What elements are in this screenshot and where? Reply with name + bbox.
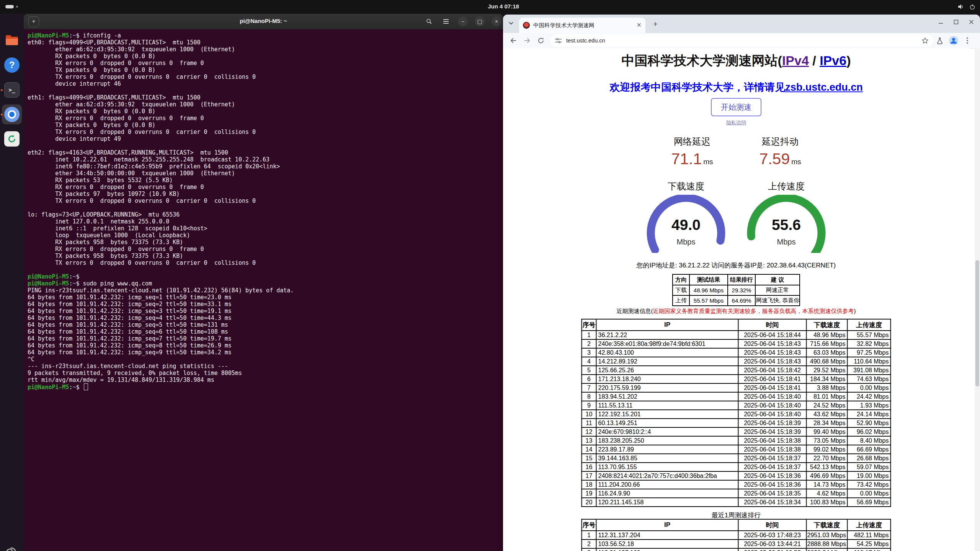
table-cell: 496.69 Mbps [807, 471, 848, 480]
terminal-line: lo: flags=73<UP,LOOPBACK,RUNNING> mtu 65… [28, 211, 501, 218]
terminal-titlebar[interactable]: + pi@NanoPi-M5: ~ − ▢ × [24, 14, 503, 29]
table-cell: 2025-06-04 15:18:39 [738, 419, 807, 427]
table-cell: 2 [582, 540, 596, 548]
start-test-button[interactable]: 开始测速 [711, 98, 761, 116]
terminal-menu-button[interactable] [441, 16, 451, 26]
ipv6-link[interactable]: IPv6 [820, 53, 846, 68]
table-cell: 183.238.205.250 [596, 436, 738, 445]
test-flask-button[interactable] [935, 36, 945, 46]
close-button[interactable]: × [492, 16, 501, 26]
dock-item-chromium[interactable] [4, 107, 20, 122]
avatar-icon [949, 36, 959, 46]
ipv4-link[interactable]: IPv4 [782, 53, 809, 68]
table-cell: 3.88 Mbps [807, 383, 848, 392]
forward-button[interactable] [522, 36, 532, 46]
table-cell: 240e:670:9810:2::4 [596, 427, 738, 436]
privacy-link[interactable]: 隐私说明 [726, 120, 746, 126]
reload-button[interactable] [536, 36, 546, 46]
column-header: 结果排行 [728, 274, 755, 285]
table-cell: 15 [582, 454, 596, 463]
chevron-down-icon [508, 21, 514, 25]
terminal-line: RX packets 958 bytes 73375 (73.3 KB) [28, 239, 501, 246]
table-cell: 116.24.9.90 [596, 489, 738, 498]
dock-item-files[interactable] [4, 33, 20, 48]
table-cell: 66.69 Mbps [848, 445, 891, 454]
table-cell: 2025-05-30 21:00:53 [738, 548, 807, 551]
download-gauge: 下载速度 49.0 Mbps [646, 180, 726, 253]
dock-item-terminal[interactable]: >_ [4, 82, 20, 98]
table-cell: 55.57 Mbps [848, 331, 891, 339]
terminal-line: ether a6:62:d3:95:30:92 txqueuelen 1000 … [28, 46, 501, 53]
table-cell: 99.40 Mbps [807, 427, 848, 436]
table-cell: 2025-06-04 15:18:41 [738, 383, 807, 392]
table-cell: 29.52 Mbps [807, 366, 848, 375]
terminal-line: inet 10.2.22.61 netmask 255.255.255.248 … [28, 156, 501, 163]
system-tray[interactable] [957, 3, 975, 10]
clock[interactable]: Jun 4 07:18 [465, 3, 542, 10]
url-text[interactable]: test.ustc.edu.cn [566, 37, 605, 44]
terminal-line: 64 bytes from 101.91.42.232: icmp_seq=5 … [28, 321, 501, 328]
minimize-button[interactable]: − [458, 16, 468, 26]
terminal-line: 64 bytes from 101.91.42.232: icmp_seq=3 … [28, 308, 501, 315]
terminal-line: TX errors 0 dropped 0 overruns 0 carrier… [28, 197, 501, 204]
table-row: 下载48.96 Mbps29.32%网速正常 [673, 285, 800, 295]
terminal-line: PING ins-r23tsuuf.ias.tencent-cloud.net … [28, 287, 501, 294]
omnibox[interactable]: test.ustc.edu.cn [550, 34, 933, 47]
table-cell: 112.31.137.160 [596, 548, 738, 551]
workspace-dot-icon [16, 6, 18, 8]
browser-tab-active[interactable]: 中国科学技术大学测速网 ✕ [519, 18, 645, 33]
tab-close-icon[interactable]: ✕ [637, 22, 642, 28]
table-cell: 223.89.17.89 [596, 445, 738, 454]
terminal-line: pi@NanoPi-M5:~$ [28, 273, 501, 280]
scrollbar-thumb[interactable] [975, 260, 979, 386]
table-cell: 42.80.43.100 [596, 348, 738, 357]
page-scrollbar[interactable] [975, 48, 980, 551]
dock-item-help[interactable]: ? [4, 57, 20, 73]
bookmark-star-icon[interactable] [921, 37, 929, 44]
tab-search-button[interactable] [508, 21, 514, 25]
notice-warning-text: 近期国家义务教育质量监测有关测速较多，服务器负载高，本系统测速仅供参考 [653, 308, 854, 314]
column-header: 测试结果 [689, 274, 728, 285]
table-cell: 2 [582, 339, 596, 348]
new-tab-button[interactable]: + [653, 20, 658, 29]
table-cell: 52.90 Mbps [848, 419, 891, 427]
minimize-button[interactable] [938, 19, 944, 25]
jitter-metric: 延迟抖动 7.59ms [742, 135, 818, 168]
table-row: 2240e:358:e01:80a:98f9:de74:9bfd:6301202… [582, 339, 891, 348]
maximize-button[interactable] [953, 19, 959, 25]
table-cell: 8.40 Mbps [848, 436, 891, 445]
terminal-line: TX packets 958 bytes 73375 (73.3 KB) [28, 253, 501, 259]
jitter-unit: ms [791, 158, 801, 166]
close-button[interactable] [969, 19, 974, 25]
terminal-line: 64 bytes from 101.91.42.232: icmp_seq=1 … [28, 294, 501, 301]
table-cell: 9 [582, 401, 596, 410]
table-cell: 97.25 Mbps [848, 348, 891, 357]
site-favicon [523, 22, 530, 29]
table-cell: 55.57 Mbps [689, 295, 728, 306]
terminal-body[interactable]: pi@NanoPi-M5:~$ ifconfig -aeth0: flags=4… [28, 32, 501, 551]
terminal-line: ether 34:4b:50:00:00:00 txqueuelen 1000 … [28, 170, 501, 177]
terminal-line: 64 bytes from 101.91.42.232: icmp_seq=7 … [28, 335, 501, 342]
maximize-button[interactable]: ▢ [475, 16, 485, 26]
terminal-line: TX errors 0 dropped 0 overruns 0 carrier… [28, 259, 501, 266]
table-cell: 111.204.200.66 [596, 480, 738, 489]
profile-avatar[interactable] [949, 36, 959, 46]
zsb-link[interactable]: zsb.ustc.edu.cn [785, 82, 863, 93]
back-button[interactable] [508, 36, 518, 46]
browser-menu-button[interactable] [962, 36, 972, 46]
terminal-search-button[interactable] [424, 16, 434, 26]
reload-icon [537, 37, 545, 44]
table-cell: 4.62 Mbps [807, 489, 848, 498]
table-cell: 24.42 Mbps [848, 392, 891, 401]
tab-title: 中国科学技术大学测速网 [533, 22, 595, 29]
table-cell: 118.17 Mbps [848, 548, 891, 551]
page-title: 中国科学技术大学测速网站(IPv4 / IPv6) [503, 52, 969, 70]
terminal-line: 64 bytes from 101.91.42.232: icmp_seq=9 … [28, 349, 501, 356]
activities-indicator[interactable] [5, 5, 14, 8]
dock-item-software-updater[interactable] [4, 131, 20, 147]
table-cell: 16 [582, 463, 596, 471]
forward-arrow-icon [523, 37, 531, 44]
table-cell: 2025-06-03 13:44:21 [738, 540, 807, 548]
table-cell: 43.62 Mbps [807, 410, 848, 419]
column-header: 建 议 [755, 274, 800, 285]
